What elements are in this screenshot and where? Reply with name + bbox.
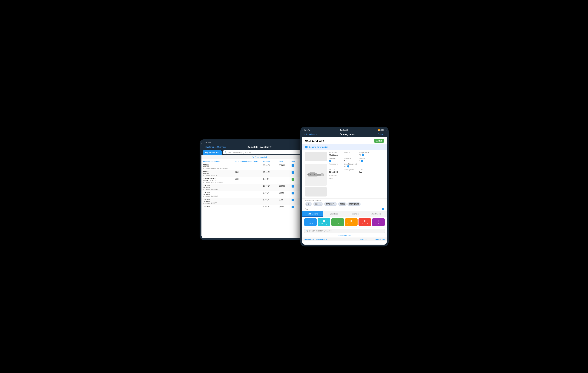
date-right: Tue Sep 10 — [340, 129, 348, 131]
time-left: 12:16 PM — [204, 142, 211, 144]
item-type-field: Item Type i — [329, 157, 341, 162]
status-indicator — [292, 164, 294, 167]
alt-tag: 56566 — [338, 202, 346, 206]
qty-allocated: 0 Allocated — [358, 218, 371, 226]
field-row-4: Unit Cost $1,111.00 Exchange Cost UOM EA — [329, 169, 384, 173]
serial-cell: - - — [235, 199, 263, 202]
cost-cell: - — [279, 171, 292, 173]
col-header-part: Part Number / Name — [203, 160, 235, 162]
back-label-left: Maintenance Overview — [205, 146, 226, 148]
notes-field: Notes — [329, 178, 384, 180]
tab-attachments[interactable]: Attachments — [366, 211, 387, 217]
general-info-section-header: − General Information — [302, 144, 387, 150]
back-chevron-left: ‹ — [204, 146, 204, 148]
status-indicator — [292, 192, 294, 194]
qty-grid: 5 In Stock 0 Out For Repair 3 Installed — [304, 218, 385, 226]
tablet-right: 9:41 AM Tue Sep 10 📶 100% ‹ Item Catalog… — [300, 127, 388, 246]
svg-rect-2 — [321, 173, 324, 176]
item-title: ACTUATOR — [305, 139, 324, 143]
table-row[interactable]: 12S-900 SCREW LOCATION: HANGAR - - 17.00… — [201, 184, 317, 191]
tab-all-divisions[interactable]: All Divisions — [302, 211, 323, 217]
section-title: General Information — [309, 146, 328, 148]
catalog-chevron: ▾ — [354, 133, 356, 136]
description-field: Description — [329, 174, 384, 177]
table-row[interactable]: 1159SCAV501-1 APU GENERATOR LOCATION: N5… — [201, 177, 317, 184]
battery-label: 100% — [380, 129, 385, 131]
field-row-desc: Description — [329, 174, 384, 177]
info-icon-capital: i — [347, 165, 349, 168]
cost-cell: $680.00 — [279, 185, 292, 187]
qty-in-stock: 5 In Stock — [304, 218, 317, 226]
tags-row: Tags i — [302, 207, 387, 211]
uom-field: UOM EA — [359, 169, 372, 173]
quantities-section: 5 In Stock 0 Out For Repair 3 Installed — [302, 217, 387, 228]
serial-cell: - — [235, 205, 263, 207]
nav-title-right: Catalog Item ▾ — [339, 133, 356, 136]
search-placeholder-left: Search Inventory Quantities — [228, 151, 251, 153]
capital-equipment-field: Capital Equipment No i — [344, 163, 357, 168]
tab-thresholds[interactable]: Thresholds — [345, 211, 366, 217]
info-icon-type: i — [329, 160, 331, 162]
unit-cost-field: Unit Cost $1,111.00 — [329, 169, 341, 173]
tags-label: Tags — [305, 208, 308, 210]
table-header-left: Part Number / Name Serial or Lot / Displ… — [201, 159, 317, 163]
actuator-image — [305, 164, 327, 186]
table-row[interactable]: 12S-900 - 1.00 EA $40.00 — [201, 205, 317, 209]
field-row-1: Part Number 031212270 Revision Accepts I… — [329, 152, 384, 156]
alt-tag: 6516413165 — [347, 202, 361, 206]
inv-col-qty: Quantity — [360, 238, 372, 240]
image-top-placeholder — [305, 152, 327, 161]
status-indicator — [292, 206, 294, 208]
status-indicator — [292, 199, 294, 201]
col-header-serial: Serial or Lot / Display Name — [235, 160, 263, 162]
qty-cell: 1.00 EA — [263, 205, 279, 208]
status-icons-right: 📶 100% — [378, 129, 385, 131]
tab-flightdocs[interactable]: Flightdocs, Inc. — [203, 150, 222, 155]
alt-tag: 2454 — [305, 202, 312, 206]
qty-cell: 17.00 EA — [263, 185, 279, 187]
cost-cell: $80.00 — [279, 192, 292, 194]
svg-rect-3 — [307, 174, 309, 175]
part-info: 080529 O-RING LOCATION: Default Holding … — [203, 164, 235, 170]
serial-cell: 4594 - — [235, 171, 263, 175]
nav-bar-left: ‹ Maintenance Overview Complete Inventor… — [201, 144, 317, 150]
filter-bar: No Filters Applied — [201, 155, 317, 159]
tab-bar-left: Flightdocs, Inc. 🔍 Search Inventory Quan… — [201, 150, 317, 155]
table-row[interactable]: 12S-900 SCREW LOCATION: HANGAR - - 2.00 … — [201, 191, 317, 198]
threshold-field: Threshold 5 i — [359, 157, 372, 162]
part-info: 1159SCAV501-1 APU GENERATOR LOCATION: N5… — [203, 178, 235, 183]
table-row[interactable]: 080529 O-RING LOCATION: OFFICE 4594 - 10… — [201, 170, 317, 177]
actuator-svg — [307, 169, 325, 181]
table-row[interactable]: 12S-900 SCREW LOCATION: OFFICE - - 1.00 … — [201, 198, 317, 205]
serial-cell: - - — [235, 185, 263, 189]
alt-parts-tags: 2454 4524242 5274242724 56566 6516413165 — [305, 202, 384, 206]
search-inv-area: 🔍 Search Inventory Quantities — [302, 228, 387, 234]
back-button-right[interactable]: ‹ Item Catalog — [304, 133, 317, 135]
catalog-item-label: Catalog Item — [339, 133, 354, 136]
revision-field: Revision — [344, 152, 357, 156]
cost-cell: $5.00 — [279, 199, 292, 201]
image-column — [305, 152, 327, 196]
image-bottom-placeholder — [305, 187, 327, 196]
table-row[interactable]: 080529 O-RING LOCATION: Default Holding … — [201, 163, 317, 170]
status-bar-right: 9:41 AM Tue Sep 10 📶 100% — [302, 128, 387, 132]
part-info: 12S-900 SCREW LOCATION: HANGAR — [203, 192, 235, 197]
svg-rect-0 — [308, 173, 317, 176]
svg-rect-1 — [317, 174, 321, 176]
field-row-2: Item Type i Serialized Yes — [329, 157, 384, 162]
qty-out-repair: 0 Out For Repair — [318, 218, 330, 226]
qty-quarantined: 0 Quarantined — [345, 218, 357, 226]
back-button-left[interactable]: ‹ Maintenance Overview — [204, 146, 226, 148]
svg-point-4 — [310, 174, 311, 175]
status-label: Status: In Stock — [302, 234, 387, 237]
alt-tag: 4524242 — [313, 202, 323, 206]
actions-button[interactable]: Actions — [378, 133, 385, 135]
search-inv-input[interactable]: 🔍 Search Inventory Quantities — [304, 229, 385, 233]
qty-on-order: 0 On Order — [372, 218, 385, 226]
search-icon-right: 🔍 — [306, 230, 308, 232]
part-info: 12S-900 — [203, 205, 235, 207]
serial-cell: 1639 - — [235, 178, 263, 182]
tab-quantities[interactable]: Quantities — [323, 211, 345, 217]
wifi-icon: 📶 — [378, 129, 380, 131]
qty-cell: 30.00 EA — [263, 164, 279, 166]
